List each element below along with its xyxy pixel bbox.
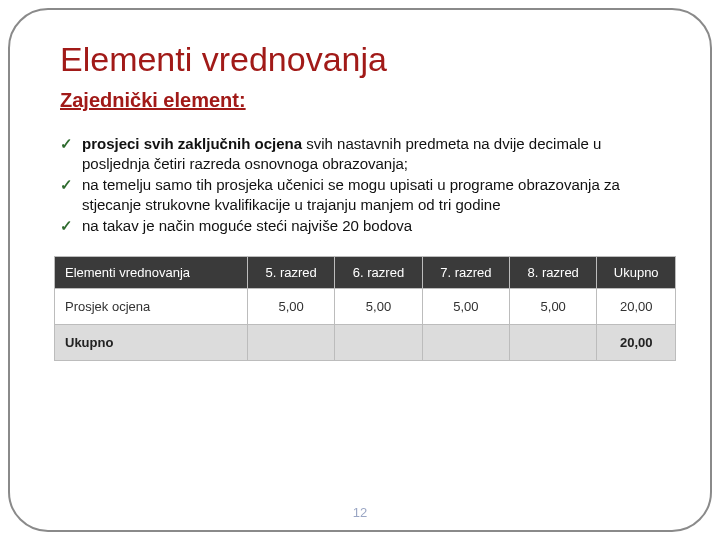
- table-cell: 5,00: [510, 288, 597, 324]
- bullet-item: ✓ na takav je način moguće steći najviše…: [60, 216, 670, 236]
- bullet-bold: prosjeci svih zaključnih ocjena: [82, 135, 302, 152]
- table-header: 7. razred: [422, 256, 509, 288]
- bullet-text: na temelju samo tih prosjeka učenici se …: [82, 176, 620, 213]
- table-cell: [510, 324, 597, 360]
- table-cell: [247, 324, 334, 360]
- table-row-total: Ukupno 20,00: [55, 324, 676, 360]
- check-icon: ✓: [60, 175, 73, 195]
- bullet-text: na takav je način moguće steći najviše 2…: [82, 217, 412, 234]
- table-cell: 5,00: [247, 288, 334, 324]
- table-header: 6. razred: [335, 256, 422, 288]
- check-icon: ✓: [60, 134, 73, 154]
- slide-frame: Elementi vrednovanja Zajednički element:…: [8, 8, 712, 532]
- table-header: Elementi vrednovanja: [55, 256, 248, 288]
- table-header: 8. razred: [510, 256, 597, 288]
- table-cell: 20,00: [597, 324, 676, 360]
- table-cell: [422, 324, 509, 360]
- slide-subtitle: Zajednički element:: [60, 89, 670, 112]
- table-header: Ukupno: [597, 256, 676, 288]
- grades-table: Elementi vrednovanja 5. razred 6. razred…: [54, 256, 676, 361]
- table-cell: 5,00: [422, 288, 509, 324]
- page-number: 12: [10, 505, 710, 520]
- table-cell: Ukupno: [55, 324, 248, 360]
- bullet-list: ✓ prosjeci svih zaključnih ocjena svih n…: [60, 134, 670, 236]
- slide-title: Elementi vrednovanja: [60, 40, 670, 79]
- table-cell: 20,00: [597, 288, 676, 324]
- table-header: 5. razred: [247, 256, 334, 288]
- check-icon: ✓: [60, 216, 73, 236]
- table-header-row: Elementi vrednovanja 5. razred 6. razred…: [55, 256, 676, 288]
- table-cell: Prosjek ocjena: [55, 288, 248, 324]
- grades-table-wrap: Elementi vrednovanja 5. razred 6. razred…: [54, 256, 676, 361]
- bullet-item: ✓ prosjeci svih zaključnih ocjena svih n…: [60, 134, 670, 173]
- bullet-item: ✓ na temelju samo tih prosjeka učenici s…: [60, 175, 670, 214]
- table-cell: [335, 324, 422, 360]
- table-cell: 5,00: [335, 288, 422, 324]
- table-row: Prosjek ocjena 5,00 5,00 5,00 5,00 20,00: [55, 288, 676, 324]
